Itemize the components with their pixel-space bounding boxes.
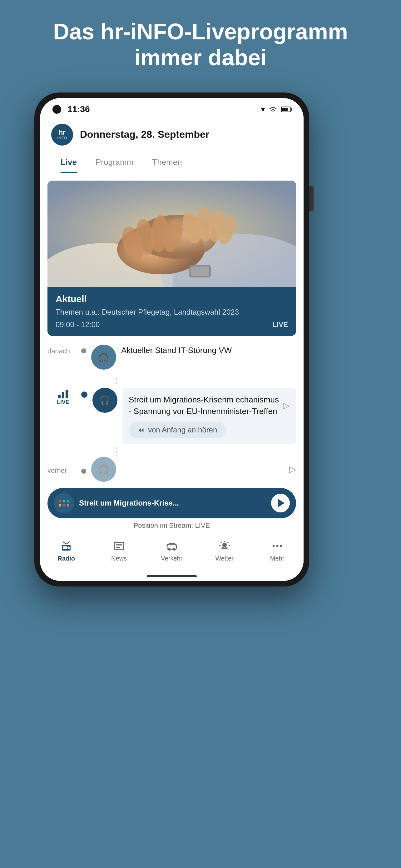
- hero-card[interactable]: Aktuell Themen u.a.: Deutscher Pflegetag…: [47, 181, 296, 336]
- headline-line2: immer dabei: [134, 45, 267, 70]
- svg-point-36: [272, 545, 274, 547]
- tab-live[interactable]: Live: [51, 152, 86, 173]
- dot-blue: [67, 500, 69, 502]
- live-badge: LIVE: [273, 320, 288, 329]
- timeline-connector-2: [79, 447, 296, 454]
- hero-meta: 09:00 - 12:00 LIVE: [56, 320, 288, 329]
- home-indicator: [40, 571, 304, 581]
- hero-title: Aktuell: [56, 294, 288, 304]
- current-item-row: Streit um Migrations-Krisenm echanismus …: [129, 394, 290, 417]
- live-label: LIVE: [57, 399, 69, 406]
- nav-item-news[interactable]: News: [93, 541, 145, 562]
- nav-label-mehr: Mehr: [270, 555, 285, 562]
- traffic-icon: [166, 541, 178, 553]
- svg-line-22: [63, 542, 66, 544]
- svg-point-37: [276, 545, 278, 547]
- live-dot-wrap: [81, 388, 88, 398]
- player-title: Streit um Migrations-Krise...: [79, 499, 266, 507]
- play-icon-vorher[interactable]: ▷: [289, 464, 296, 474]
- player-play-button[interactable]: [271, 494, 290, 513]
- nav-label-radio: Radio: [58, 555, 75, 562]
- play-icon-current[interactable]: ▷: [283, 400, 290, 410]
- audio-wave-icon-2: 🎧: [99, 395, 110, 406]
- hero-image-bg: [47, 181, 296, 287]
- listen-from-start-button[interactable]: ⏮ von Anfang an hören: [129, 422, 226, 438]
- logo-hr-text: hr: [59, 129, 66, 136]
- audio-button-3[interactable]: 🎧: [91, 457, 116, 482]
- weather-icon: [219, 541, 230, 553]
- timeline-label-live-wrap: LIVE: [47, 388, 79, 406]
- hands-svg: [47, 181, 296, 287]
- dots-icon: [59, 500, 69, 506]
- hr-logo: hr INFO: [51, 124, 73, 146]
- timeline-connector: [79, 378, 296, 388]
- side-button: [309, 186, 313, 211]
- bottom-nav: Radio News: [40, 536, 304, 571]
- svg-line-32: [228, 542, 228, 543]
- more-icon: [272, 541, 283, 553]
- headline-line1: Das hr-iNFO-Liveprogramm: [53, 19, 348, 44]
- svg-line-21: [67, 542, 69, 544]
- svg-point-29: [173, 548, 175, 551]
- logo-info-text: INFO: [57, 136, 67, 140]
- timeline-dot-3: [81, 469, 86, 474]
- nav-item-mehr[interactable]: Mehr: [251, 541, 304, 562]
- status-right: ▾: [261, 105, 291, 114]
- status-time: 11:36: [67, 104, 90, 114]
- nav-item-verkehr[interactable]: Verkehr: [145, 541, 198, 562]
- wifi-signal-icon: [269, 106, 277, 113]
- hero-time: 09:00 - 12:00: [56, 320, 100, 329]
- nav-item-wetter[interactable]: Wetter: [198, 541, 251, 562]
- audio-wave-icon-1: 🎧: [98, 352, 109, 363]
- status-left: 11:36: [53, 104, 90, 114]
- dot-red: [59, 500, 61, 502]
- audio-button-2[interactable]: 🎧: [93, 388, 118, 413]
- play-triangle-icon: [278, 499, 285, 507]
- svg-rect-19: [63, 546, 67, 549]
- nav-label-wetter: Wetter: [215, 555, 234, 562]
- timeline-label-1: danach: [47, 345, 79, 355]
- page-wrapper: Das hr-iNFO-Liveprogramm immer dabei 11:…: [34, 19, 367, 587]
- status-bar: 11:36 ▾: [40, 98, 304, 118]
- tab-themen[interactable]: Themen: [143, 152, 191, 173]
- home-bar: [147, 575, 197, 577]
- battery-icon: [281, 106, 291, 112]
- timeline: danach 🎧 Aktueller Stand IT-Störung VW: [40, 336, 304, 488]
- svg-point-28: [168, 548, 170, 551]
- current-item: Streit um Migrations-Krisenm echanismus …: [123, 388, 296, 444]
- tabs-bar: Live Programm Themen: [40, 152, 304, 173]
- headline: Das hr-iNFO-Liveprogramm immer dabei: [34, 19, 367, 71]
- current-item-text: Streit um Migrations-Krisenm echanismus …: [129, 394, 280, 417]
- phone-frame: 11:36 ▾ hr INFO Donners: [34, 92, 309, 587]
- dot-purple: [63, 504, 65, 506]
- timeline-content-1: Aktueller Stand IT-Störung VW: [121, 345, 296, 356]
- position-text: Position im Stream: LIVE: [40, 518, 304, 536]
- timeline-item-3: vorher 🎧 ▷: [47, 454, 296, 488]
- dot-green: [63, 500, 65, 502]
- timeline-dot-1: [81, 348, 86, 353]
- dot-yellow: [59, 504, 61, 506]
- audio-button-1[interactable]: 🎧: [91, 345, 116, 370]
- bottom-player[interactable]: Streit um Migrations-Krise...: [47, 488, 296, 518]
- nav-item-radio[interactable]: Radio: [40, 541, 93, 562]
- radio-icon: [61, 541, 72, 553]
- svg-line-34: [221, 542, 222, 543]
- svg-point-20: [67, 547, 70, 549]
- timeline-label-3: vorher: [47, 464, 79, 475]
- signal-bars-icon: [58, 388, 69, 399]
- hero-subtitle: Themen u.a.: Deutscher Pflegetag, Landta…: [56, 307, 288, 317]
- timeline-dot-2: [81, 392, 88, 398]
- timeline-item-2: LIVE 🎧 Streit um Migrations-Krisenm echa…: [47, 388, 296, 447]
- nav-label-verkehr: Verkehr: [161, 555, 182, 562]
- app-header: hr INFO Donnerstag, 28. September: [40, 118, 304, 152]
- phone-screen: 11:36 ▾ hr INFO Donners: [40, 98, 304, 581]
- svg-rect-16: [62, 392, 64, 398]
- svg-rect-15: [58, 395, 61, 398]
- player-logo: [54, 493, 74, 514]
- hero-info: Aktuell Themen u.a.: Deutscher Pflegetag…: [47, 287, 296, 336]
- skip-back-icon: ⏮: [137, 426, 144, 434]
- tab-programm[interactable]: Programm: [86, 152, 143, 173]
- vorher-dot-wrap: [81, 465, 86, 474]
- svg-point-30: [222, 543, 227, 547]
- nav-label-news: News: [111, 555, 127, 562]
